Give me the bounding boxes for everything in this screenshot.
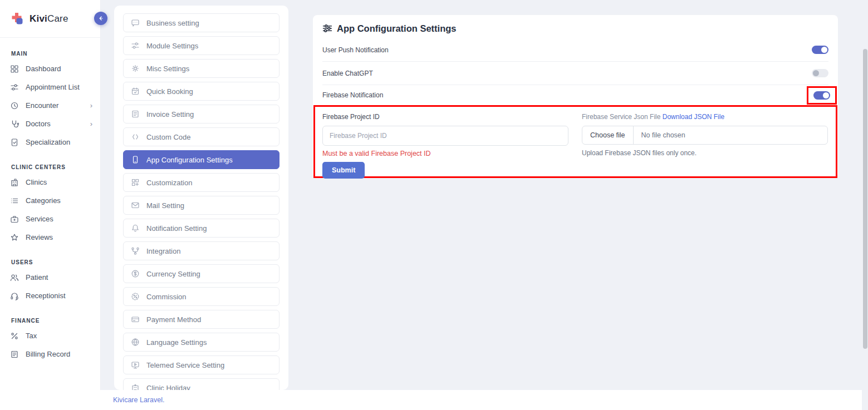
badge-check-icon xyxy=(10,138,19,147)
setting-row-label: Enable ChatGPT xyxy=(322,70,373,77)
settings-menu-item-misc-settings[interactable]: Misc Settings xyxy=(123,59,279,78)
chevron-right-icon: › xyxy=(90,120,92,128)
settings-menu-item-label: Clinic Holiday xyxy=(146,384,190,391)
brand-bold: Kivi xyxy=(30,13,47,24)
firebase-json-column: Firebase Service Json File Download JSON… xyxy=(582,111,828,176)
settings-menu-item-telemed-service-setting[interactable]: Telemed Service Setting xyxy=(123,355,279,374)
firebase-project-column: Firebase Project ID Must be a valid Fire… xyxy=(322,111,568,176)
customize-grid-icon xyxy=(131,178,140,187)
sidebar-item-dashboard[interactable]: Dashboard xyxy=(0,60,100,78)
file-upload-input[interactable]: Choose file No file chosen xyxy=(582,126,828,145)
calendar-check-icon xyxy=(131,87,140,96)
settings-menu-item-integration[interactable]: Integration xyxy=(123,241,279,260)
code-icon xyxy=(131,132,140,141)
firebase-settings-section: Firebase Project ID Must be a valid Fire… xyxy=(313,105,837,178)
users-icon xyxy=(10,273,19,282)
file-status-text: No file chosen xyxy=(634,126,693,144)
briefcase-medical-icon xyxy=(10,215,19,224)
page-scrollbar-thumb[interactable] xyxy=(863,49,867,349)
settings-menu-item-notification-setting[interactable]: Notification Setting xyxy=(123,219,279,238)
toggle-switch-enable-chatgpt[interactable] xyxy=(812,69,828,77)
settings-menu-item-quick-booking[interactable]: Quick Booking xyxy=(123,82,279,101)
sidebar-item-reviews[interactable]: Reviews xyxy=(0,228,100,246)
sliders-icon xyxy=(10,83,19,92)
sidebar-item-label: Specialization xyxy=(26,138,70,146)
logo-row: KiviCare xyxy=(0,0,100,38)
submit-button[interactable]: Submit xyxy=(322,162,365,179)
settings-menu-item-label: Module Settings xyxy=(146,42,198,50)
toggle-knob xyxy=(813,70,819,76)
sidebar-item-receptionist[interactable]: Receptionist xyxy=(0,286,100,305)
mail-icon xyxy=(131,201,140,210)
sidebar-section-label-main: MAIN xyxy=(11,51,89,57)
sidebar-item-services[interactable]: Services xyxy=(0,210,100,228)
sidebar-item-label: Clinics xyxy=(26,178,47,186)
sidebar-item-label: Reviews xyxy=(26,233,53,241)
sidebar-item-label: Appointment List xyxy=(26,83,80,91)
sidebar-section-label-finance: FINANCE xyxy=(11,318,89,324)
settings-menu-panel: Business settingModule SettingsMisc Sett… xyxy=(114,6,288,390)
setting-row-label: User Push Notification xyxy=(322,46,389,54)
settings-menu-item-payment-method[interactable]: Payment Method xyxy=(123,310,279,329)
settings-menu-item-business-setting[interactable]: Business setting xyxy=(123,13,279,32)
sidebar-item-patient[interactable]: Patient xyxy=(0,268,100,286)
sidebar-item-label: Tax xyxy=(26,332,37,340)
toggle-knob xyxy=(823,92,829,98)
history-clock-icon xyxy=(10,101,19,110)
setting-row-firebase-notification: Firebase Notification xyxy=(322,85,828,105)
toggle-switch-user-push-notification[interactable] xyxy=(812,46,828,54)
toggle-switch-firebase-notification[interactable] xyxy=(813,91,830,100)
download-json-link[interactable]: Download JSON File xyxy=(663,113,724,121)
settings-menu-item-currency-setting[interactable]: Currency Setting xyxy=(123,264,279,283)
settings-menu-item-label: Commission xyxy=(146,293,187,301)
firebase-project-id-label: Firebase Project ID xyxy=(322,113,568,121)
settings-menu: Business settingModule SettingsMisc Sett… xyxy=(123,13,279,390)
firebase-service-json-label: Firebase Service Json File Download JSON… xyxy=(582,113,828,121)
settings-menu-item-label: Notification Setting xyxy=(146,224,207,233)
firebase-project-id-input[interactable] xyxy=(322,126,568,146)
settings-menu-item-label: Business setting xyxy=(146,19,199,27)
page-title-text: App Configuration Settings xyxy=(337,23,456,34)
dollar-circle-icon xyxy=(131,269,140,278)
sidebar-item-label: Dashboard xyxy=(26,65,61,73)
settings-menu-item-label: Customization xyxy=(146,179,192,187)
sidebar-item-tax[interactable]: Tax xyxy=(0,327,100,345)
settings-menu-item-module-settings[interactable]: Module Settings xyxy=(123,36,279,55)
billing-invoice-icon xyxy=(10,350,19,359)
settings-menu-item-invoice-setting[interactable]: Invoice Setting xyxy=(123,105,279,124)
commission-percent-icon xyxy=(131,292,140,301)
settings-menu-item-language-settings[interactable]: Language Settings xyxy=(123,333,279,352)
hospital-building-icon xyxy=(10,178,19,187)
settings-menu-item-mail-setting[interactable]: Mail Setting xyxy=(123,196,279,215)
headset-icon xyxy=(10,292,19,300)
upload-note-text: Upload Firebase JSON files only once. xyxy=(582,149,828,157)
sidebar-item-label: Services xyxy=(26,215,53,223)
sidebar-item-specialization[interactable]: Specialization xyxy=(0,133,100,151)
sidebar-item-label: Categories xyxy=(26,196,61,205)
sidebar-item-label: Patient xyxy=(26,273,48,281)
settings-menu-item-clinic-holiday[interactable]: Clinic Holiday xyxy=(123,378,279,390)
settings-menu-item-app-configuration-settings[interactable]: App Configuration Settings xyxy=(123,150,279,169)
sidebar-nav: MAINDashboardAppointment ListEncounter›D… xyxy=(0,51,100,363)
choose-file-button[interactable]: Choose file xyxy=(582,126,634,144)
kivicare-laravel-link[interactable]: Kivicare Laravel. xyxy=(113,396,164,404)
sidebar-item-billing-record[interactable]: Billing Record xyxy=(0,345,100,363)
settings-menu-item-label: Quick Booking xyxy=(146,87,193,96)
sidebar: KiviCare MAINDashboardAppointment ListEn… xyxy=(0,0,100,410)
settings-menu-item-custom-code[interactable]: Custom Code xyxy=(123,127,279,146)
dashboard-grid-icon xyxy=(10,65,19,73)
sidebar-item-appointment-list[interactable]: Appointment List xyxy=(0,78,100,96)
settings-menu-item-commission[interactable]: Commission xyxy=(123,287,279,306)
sidebar-collapse-button[interactable] xyxy=(94,12,107,25)
settings-menu-item-label: Language Settings xyxy=(146,338,207,347)
sidebar-item-categories[interactable]: Categories xyxy=(0,191,100,210)
settings-menu-item-label: Custom Code xyxy=(146,133,190,141)
settings-menu-item-customization[interactable]: Customization xyxy=(123,173,279,192)
brand-light: Care xyxy=(47,13,68,24)
sidebar-item-clinics[interactable]: Clinics xyxy=(0,173,100,191)
sidebar-item-doctors[interactable]: Doctors› xyxy=(0,115,100,133)
page-title: App Configuration Settings xyxy=(322,21,828,36)
business-chat-icon xyxy=(131,18,140,27)
sidebar-item-encounter[interactable]: Encounter› xyxy=(0,96,100,115)
arrow-left-icon xyxy=(97,15,104,22)
